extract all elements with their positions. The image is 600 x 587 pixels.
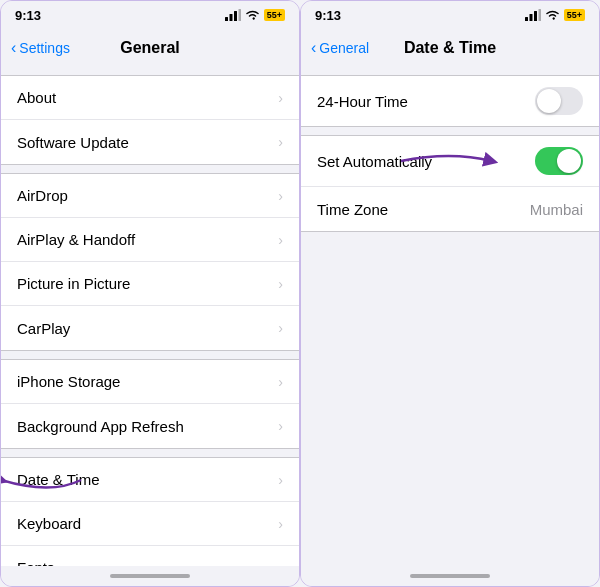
- svg-rect-5: [525, 17, 528, 21]
- nav-bar-right: ‹ General Date & Time: [301, 29, 599, 67]
- row-fonts-right: ›: [278, 560, 283, 567]
- home-indicator-left: [1, 566, 299, 586]
- chevron-picture-in-picture: ›: [278, 276, 283, 292]
- nav-bar-left: ‹ Settings General: [1, 29, 299, 67]
- chevron-date-time: ›: [278, 472, 283, 488]
- toggle-24hour[interactable]: [535, 87, 583, 115]
- back-chevron-right: ‹: [311, 39, 316, 57]
- row-carplay-right: ›: [278, 320, 283, 336]
- status-bar-right: 9:13 55+: [301, 1, 599, 29]
- row-carplay-label: CarPlay: [17, 320, 70, 337]
- back-label-right: General: [319, 40, 369, 56]
- status-icons-left: 55+: [225, 9, 285, 21]
- home-indicator-right: [301, 566, 599, 586]
- row-airdrop-label: AirDrop: [17, 187, 68, 204]
- svg-rect-1: [229, 14, 232, 21]
- chevron-background-app-refresh: ›: [278, 418, 283, 434]
- svg-rect-0: [225, 17, 228, 21]
- row-time-zone[interactable]: Time Zone Mumbai: [301, 187, 599, 231]
- chevron-airplay-handoff: ›: [278, 232, 283, 248]
- settings-list-right: 24-Hour Time Set Automatically: [301, 67, 599, 566]
- row-about[interactable]: About ›: [1, 76, 299, 120]
- row-set-automatically[interactable]: Set Automatically: [301, 136, 599, 187]
- row-date-time-right: ›: [278, 472, 283, 488]
- row-airdrop-right: ›: [278, 188, 283, 204]
- section-1-right: 24-Hour Time: [301, 75, 599, 127]
- toggle-thumb-24hour: [537, 89, 561, 113]
- chevron-iphone-storage: ›: [278, 374, 283, 390]
- back-button-right[interactable]: ‹ General: [311, 39, 369, 57]
- battery-badge-right: 55+: [564, 9, 585, 21]
- chevron-keyboard: ›: [278, 516, 283, 532]
- row-picture-in-picture-right: ›: [278, 276, 283, 292]
- chevron-fonts: ›: [278, 560, 283, 567]
- row-24hour-label: 24-Hour Time: [317, 93, 408, 110]
- row-keyboard-right: ›: [278, 516, 283, 532]
- section-2-right: Set Automatically Time Zone Mumbai: [301, 135, 599, 232]
- section-4-left: Date & Time › Keyboard ›: [1, 457, 299, 566]
- row-set-automatically-label: Set Automatically: [317, 153, 432, 170]
- row-background-app-refresh-right: ›: [278, 418, 283, 434]
- row-fonts-label: Fonts: [17, 559, 55, 566]
- row-keyboard[interactable]: Keyboard ›: [1, 502, 299, 546]
- chevron-about: ›: [278, 90, 283, 106]
- status-time-right: 9:13: [315, 8, 341, 23]
- signal-icon-right: [525, 9, 541, 21]
- svg-rect-8: [538, 9, 541, 21]
- row-time-zone-label: Time Zone: [317, 201, 388, 218]
- row-software-update-right: ›: [278, 134, 283, 150]
- chevron-airdrop: ›: [278, 188, 283, 204]
- svg-rect-2: [234, 11, 237, 21]
- nav-title-right: Date & Time: [404, 39, 496, 57]
- row-software-update[interactable]: Software Update ›: [1, 120, 299, 164]
- row-keyboard-label: Keyboard: [17, 515, 81, 532]
- row-24hour[interactable]: 24-Hour Time: [301, 76, 599, 126]
- row-carplay[interactable]: CarPlay ›: [1, 306, 299, 350]
- row-iphone-storage-right: ›: [278, 374, 283, 390]
- row-picture-in-picture[interactable]: Picture in Picture ›: [1, 262, 299, 306]
- row-airplay-handoff[interactable]: AirPlay & Handoff ›: [1, 218, 299, 262]
- signal-icon-left: [225, 9, 241, 21]
- row-airdrop[interactable]: AirDrop ›: [1, 174, 299, 218]
- row-iphone-storage[interactable]: iPhone Storage ›: [1, 360, 299, 404]
- svg-rect-7: [534, 11, 537, 21]
- back-chevron-left: ‹: [11, 39, 16, 57]
- row-airplay-handoff-right: ›: [278, 232, 283, 248]
- back-button-left[interactable]: ‹ Settings: [11, 39, 70, 57]
- battery-badge-left: 55+: [264, 9, 285, 21]
- section-2-left: AirDrop › AirPlay & Handoff › Picture in…: [1, 173, 299, 351]
- right-phone-panel: 9:13 55+ ‹ General Date & Time: [300, 0, 600, 587]
- row-fonts[interactable]: Fonts ›: [1, 546, 299, 566]
- chevron-software-update: ›: [278, 134, 283, 150]
- wifi-icon-left: [245, 9, 260, 21]
- status-time-left: 9:13: [15, 8, 41, 23]
- row-about-right: ›: [278, 90, 283, 106]
- row-background-app-refresh[interactable]: Background App Refresh ›: [1, 404, 299, 448]
- row-iphone-storage-label: iPhone Storage: [17, 373, 120, 390]
- row-background-app-refresh-label: Background App Refresh: [17, 418, 184, 435]
- row-software-update-label: Software Update: [17, 134, 129, 151]
- row-airplay-handoff-label: AirPlay & Handoff: [17, 231, 135, 248]
- section-3-left: iPhone Storage › Background App Refresh …: [1, 359, 299, 449]
- settings-list-left: About › Software Update › AirDrop ›: [1, 67, 299, 566]
- row-time-zone-value: Mumbai: [530, 201, 583, 218]
- section-1-left: About › Software Update ›: [1, 75, 299, 165]
- toggle-set-automatically[interactable]: [535, 147, 583, 175]
- status-bar-left: 9:13 55+: [1, 1, 299, 29]
- row-date-time-label: Date & Time: [17, 471, 100, 488]
- chevron-carplay: ›: [278, 320, 283, 336]
- home-bar-right: [410, 574, 490, 578]
- home-bar-left: [110, 574, 190, 578]
- wifi-icon-right: [545, 9, 560, 21]
- row-date-time[interactable]: Date & Time ›: [1, 458, 299, 502]
- left-phone-panel: 9:13 55+ ‹ Settings General: [0, 0, 300, 587]
- svg-rect-3: [238, 9, 241, 21]
- nav-title-left: General: [120, 39, 180, 57]
- row-picture-in-picture-label: Picture in Picture: [17, 275, 130, 292]
- row-about-label: About: [17, 89, 56, 106]
- back-label-left: Settings: [19, 40, 70, 56]
- status-icons-right: 55+: [525, 9, 585, 21]
- toggle-thumb-set-automatically: [557, 149, 581, 173]
- svg-rect-6: [529, 14, 532, 21]
